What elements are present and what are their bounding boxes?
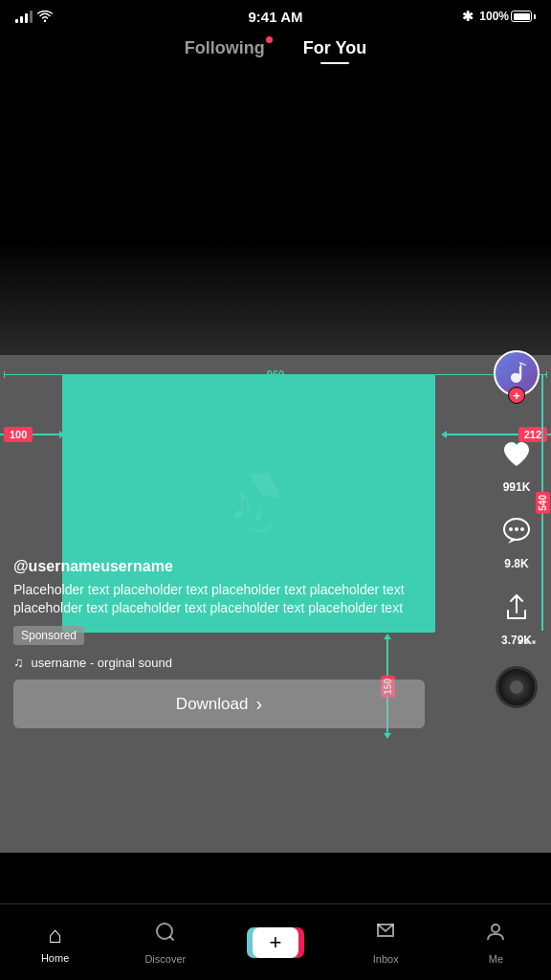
music-note-icon: ♫	[13, 655, 24, 670]
bottom-navigation: ⌂ Home Discover + Inbox	[0, 903, 551, 980]
wifi-icon	[37, 11, 53, 22]
status-time: 9:41 AM	[249, 9, 303, 25]
video-caption: Placeholder text placeholder text placeh…	[13, 581, 434, 618]
nav-home[interactable]: ⌂ Home	[0, 922, 110, 964]
bluetooth-icon: ✱	[462, 9, 474, 24]
like-button[interactable]: 991K	[495, 433, 539, 494]
inbox-label: Inbox	[373, 953, 399, 965]
measure-100: 100	[4, 427, 33, 442]
sound-bar[interactable]: ♫ username - orginal sound	[13, 655, 538, 670]
svg-point-5	[520, 527, 524, 531]
follow-plus-btn[interactable]: +	[508, 387, 525, 404]
discover-label: Discover	[144, 953, 186, 965]
status-right: ✱ 100%	[462, 9, 536, 24]
download-button[interactable]: Download ›	[13, 679, 425, 728]
creator-username[interactable]: @usernameusername	[13, 558, 538, 575]
creator-avatar[interactable]: +	[494, 350, 540, 396]
video-bg-dark	[0, 68, 551, 355]
top-navigation: Following For You	[0, 31, 551, 68]
signal-icon	[15, 10, 33, 23]
me-icon	[484, 921, 507, 949]
sponsored-badge: Sponsored	[13, 626, 84, 645]
home-icon: ⌂	[48, 922, 62, 948]
tiktok-watermark: ♪	[210, 463, 287, 544]
battery-pct-text: 100%	[479, 10, 509, 23]
nav-discover[interactable]: Discover	[110, 921, 220, 965]
svg-point-3	[509, 527, 513, 531]
svg-point-4	[515, 527, 518, 531]
nav-inbox[interactable]: Inbox	[331, 921, 441, 965]
tab-for-you[interactable]: For You	[303, 38, 366, 64]
download-chevron-icon: ›	[255, 693, 262, 715]
status-bar: 9:41 AM ✱ 100%	[0, 0, 551, 31]
svg-text:♪: ♪	[230, 474, 254, 529]
measure-960: 960	[263, 368, 288, 380]
like-count: 991K	[503, 480, 531, 494]
tab-following[interactable]: Following	[185, 38, 265, 64]
video-bottom-content: @usernameusername Placeholder text place…	[0, 558, 551, 728]
svg-point-7	[492, 924, 499, 932]
me-label: Me	[489, 953, 503, 965]
nav-create[interactable]: +	[220, 927, 330, 958]
video-area[interactable]: ♪ 960 100 212 540 150	[0, 68, 551, 853]
sound-name: username - orginal sound	[32, 656, 172, 670]
home-label: Home	[41, 952, 69, 964]
discover-icon	[154, 921, 177, 949]
notification-dot	[266, 36, 273, 43]
nav-me[interactable]: Me	[441, 921, 551, 965]
battery-indicator: 100%	[479, 10, 536, 23]
inbox-icon	[374, 921, 397, 949]
status-left	[15, 10, 53, 23]
